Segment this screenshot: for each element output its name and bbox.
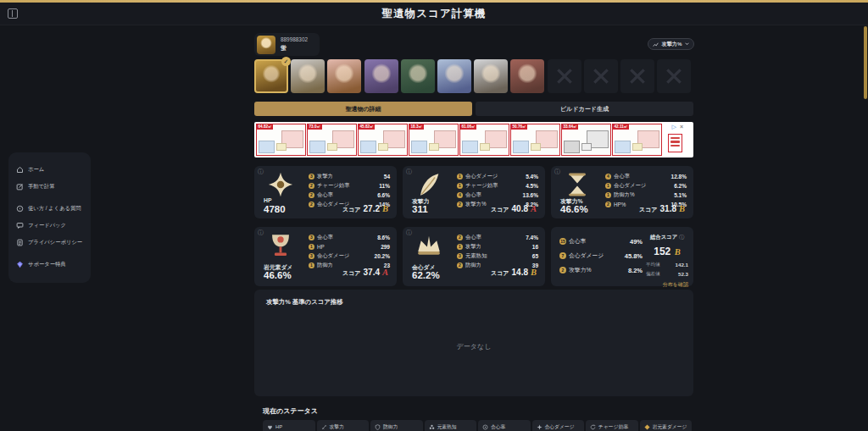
character-slot-7[interactable] [474, 59, 508, 93]
ad-floorplan-tile[interactable]: 45.82㎡ [358, 124, 408, 156]
page-title: 聖遺物スコア計算機 [0, 3, 868, 25]
sidebar-item-label: 使い方 / よくある質問 [28, 205, 81, 213]
roll-count-badge: 3 [309, 235, 314, 240]
roll-count-badge: 7 [559, 252, 566, 259]
edit-icon [16, 183, 24, 191]
roll-count-badge: 15 [559, 238, 566, 245]
info-icon[interactable]: ⓘ [258, 229, 264, 237]
score-trend-panel: 攻撃力% 基準のスコア推移 データなし [254, 290, 693, 396]
roll-count-badge: 1 [309, 244, 314, 250]
ad-floorplan-tile[interactable]: 50.76㎡ [510, 124, 560, 156]
roll-count-badge: 4 [457, 192, 463, 198]
character-slot-4[interactable] [364, 59, 398, 93]
distribution-link[interactable]: 分布を確認 [646, 281, 688, 289]
x-placeholder-icon [628, 67, 647, 86]
sidebar-item-privacy-policy[interactable]: プライバシーポリシー [16, 234, 83, 251]
ad-area-label: 45.82㎡ [359, 124, 375, 130]
substat-row: 1会心ダメージ5.4% [457, 172, 538, 181]
info-icon[interactable]: ⓘ [679, 235, 684, 240]
substat-row: 2会心率7.4% [457, 233, 538, 242]
ad-banner[interactable]: 64.82㎡ 73.0㎡ 45.82㎡ 18.3㎡ 61.06㎡ 50.76㎡ … [254, 122, 693, 157]
tab-artifact-details[interactable]: 聖遺物の詳細 [254, 102, 472, 116]
grade-badge: B [382, 204, 388, 213]
energy-recharge-icon [590, 424, 596, 430]
feedback-icon [16, 222, 24, 229]
info-icon[interactable]: ⓘ [554, 168, 560, 176]
artifact-score: スコア27.2B [342, 204, 388, 214]
adchoices-icon[interactable]: ▷ [672, 124, 676, 130]
grade-badge: B [679, 204, 685, 213]
character-slot-5[interactable] [401, 59, 435, 93]
tab-label: ビルドカード生成 [560, 105, 609, 113]
ad-area-label: 18.3㎡ [409, 124, 424, 130]
artifact-goblet-icon [264, 231, 297, 260]
stat-tile-crit-dmg: 会心ダメージ [532, 420, 585, 431]
summary-stat-row: 7会心ダメージ45.8% [559, 251, 643, 260]
artifact-plume-icon [413, 170, 445, 199]
x-placeholder-icon [665, 67, 683, 86]
character-slot-empty [584, 59, 618, 93]
crit-rate-icon [482, 424, 488, 430]
scrollbar-thumb[interactable] [864, 26, 868, 99]
profile-chip[interactable]: 889988302 蛍 [254, 33, 320, 56]
character-slot-2[interactable] [291, 59, 325, 93]
character-slot-3[interactable] [327, 59, 361, 93]
substat-row: 3元素熟知65 [457, 251, 538, 261]
geo-dmg-icon [644, 424, 650, 430]
ad-area-label: 64.82㎡ [257, 124, 273, 130]
tab-build-card[interactable]: ビルドカード生成 [476, 102, 693, 116]
profile-uid: 889988302 [281, 36, 308, 44]
sidebar-item-faq[interactable]: 使い方 / よくある質問 [16, 200, 83, 217]
sidebar-item-manual-calc[interactable]: 手動で計算 [16, 178, 83, 195]
ad-floorplan-tile[interactable]: 61.06㎡ [459, 124, 509, 156]
grade-badge: B [531, 268, 537, 277]
roll-count-badge: 1 [457, 174, 463, 180]
ad-floorplan-tile[interactable]: 73.0㎡ [307, 124, 357, 156]
ad-floorplan-tile[interactable]: 18.3㎡ [409, 124, 459, 156]
sidebar-item-home[interactable]: ホーム [16, 161, 83, 178]
ad-area-label: 50.76㎡ [511, 124, 527, 130]
ad-floorplan-tile[interactable]: 64.82㎡ [256, 124, 306, 156]
character-slot-1-selected[interactable]: ✓ [254, 59, 288, 93]
roll-count-badge: 3 [457, 253, 463, 259]
character-slot-6[interactable] [437, 59, 471, 93]
artifact-card-circlet: ⓘ 会心ダメ 62.2% 2会心率7.4% 1攻撃力16 3元素熟知65 2防御… [403, 227, 545, 286]
stat-filter-dropdown[interactable]: 攻撃力% [648, 38, 694, 50]
roll-count-badge: 1 [309, 262, 314, 268]
info-icon[interactable]: ⓘ [406, 229, 412, 237]
roll-count-badge: 1 [457, 183, 463, 189]
roll-count-badge: 1 [605, 183, 611, 189]
ad-floorplan-tile[interactable]: 33.64㎡ [561, 124, 611, 156]
sidebar-toggle-icon[interactable] [8, 8, 18, 19]
artifact-card-goblet: ⓘ 岩元素ダメ 46.6% 3会心率8.6% 1HP299 3会心ダメージ20.… [254, 227, 397, 286]
roll-count-badge: 1 [457, 244, 463, 250]
substat-row: 4会心率13.6% [457, 191, 538, 200]
no-data-text: データなし [254, 342, 693, 351]
ad-floorplan-tile[interactable]: 42.11㎡ [612, 124, 662, 156]
character-slot-empty [548, 59, 581, 93]
ad-close-icon[interactable]: × [680, 124, 683, 130]
main-stat-value: 311 [412, 204, 428, 214]
character-slot-8[interactable] [510, 59, 544, 93]
sidebar-item-feedback[interactable]: フィードバック [16, 217, 83, 234]
roll-count-badge: 2 [457, 262, 463, 268]
main-stat-value: 62.2% [412, 270, 440, 280]
average-row: 平均値142.1 [646, 262, 688, 268]
current-stats-title: 現在のステータス [263, 406, 318, 416]
artifact-card-flower: ⓘ HP 4780 3攻撃力54 2チャージ効率11% 2会心率6.6% 2会心… [254, 166, 397, 218]
roll-count-badge: 2 [457, 202, 463, 207]
character-slot-empty [620, 59, 654, 93]
sidebar: ホーム 手動で計算 使い方 / よくある質問 フィードバック プライバシーポリシ… [8, 152, 91, 283]
main-stat-value: 4780 [264, 204, 286, 214]
roll-count-badge: 2 [309, 192, 314, 198]
profile-name: 蛍 [281, 44, 308, 52]
gem-icon [16, 261, 24, 268]
total-score-label: 総合スコア ⓘ [646, 234, 688, 241]
info-icon[interactable]: ⓘ [406, 168, 412, 176]
ad-area-label: 33.64㎡ [562, 124, 578, 130]
sidebar-item-label: フィードバック [28, 222, 66, 229]
substat-row: 1チャージ効率4.5% [457, 181, 538, 191]
sidebar-item-supporter[interactable]: サポーター特典 [16, 256, 83, 273]
info-icon[interactable]: ⓘ [258, 168, 264, 176]
roll-count-badge: 1 [605, 192, 611, 198]
